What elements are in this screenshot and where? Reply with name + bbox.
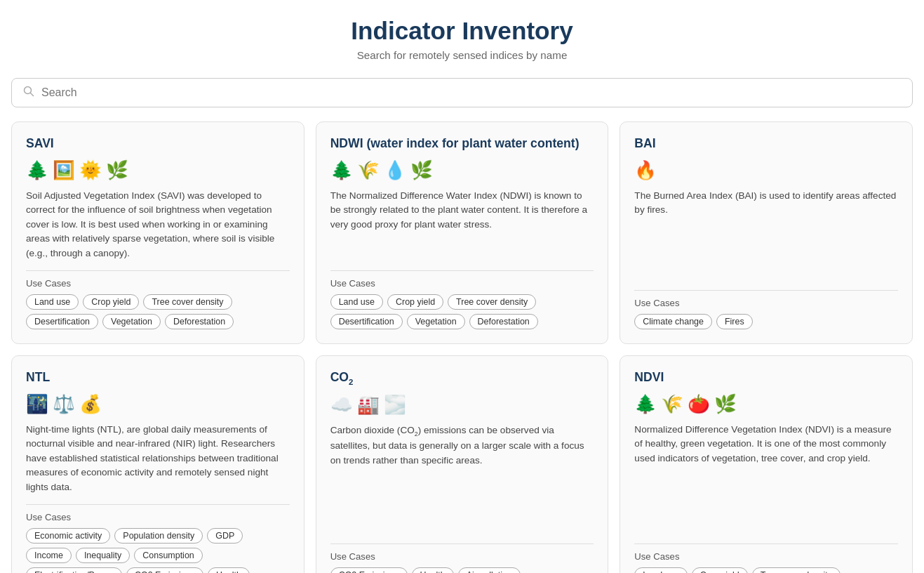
card-description-savi: Soil Adjusted Vegetation Index (SAVI) wa… <box>26 189 290 261</box>
card-divider <box>634 544 898 544</box>
tag[interactable]: Population density <box>114 528 203 544</box>
tag[interactable]: Land use <box>330 294 383 310</box>
card-bai: BAI🔥The Burned Area Index (BAI) is used … <box>620 121 913 344</box>
tag[interactable]: Consumption <box>134 548 202 563</box>
card-icon: 🌾 <box>357 159 380 180</box>
tag[interactable]: Tree cover density <box>448 294 536 310</box>
card-description-ndvi: Normalized Difference Vegetation Index (… <box>634 423 898 534</box>
card-icon: 🏭 <box>357 394 380 415</box>
card-icon: 💰 <box>79 393 102 414</box>
card-icon: 💧 <box>384 159 406 180</box>
card-icon: 🌲 <box>26 159 48 180</box>
tag[interactable]: Income <box>26 548 72 563</box>
use-cases-label-ntl: Use Cases <box>26 512 290 522</box>
card-title-ndwi: NDWI (water index for plant water conten… <box>330 136 594 151</box>
card-ndwi: NDWI (water index for plant water conten… <box>316 121 609 344</box>
card-icon: 🌞 <box>79 159 102 180</box>
card-icons-ntl: 🌃⚖️💰 <box>26 393 290 414</box>
search-bar <box>11 78 913 107</box>
card-icon: 🌿 <box>410 159 433 180</box>
cards-grid: SAVI🌲🖼️🌞🌿Soil Adjusted Vegetation Index … <box>11 121 913 573</box>
card-divider <box>26 504 290 505</box>
tag[interactable]: Electrification/Power <box>26 567 122 573</box>
tag[interactable]: Air pollution <box>458 567 521 573</box>
tag[interactable]: Desertification <box>26 314 98 329</box>
page-subtitle: Search for remotely sensed indices by na… <box>11 49 913 61</box>
tag[interactable]: Climate change <box>634 314 712 329</box>
tag[interactable]: Deforestation <box>165 314 234 329</box>
card-icon: 🌫️ <box>384 394 406 415</box>
tag[interactable]: Health <box>412 567 454 573</box>
tag[interactable]: CO2 Emissions <box>330 567 408 573</box>
card-icon: 🔥 <box>634 159 657 180</box>
tag[interactable]: Fires <box>716 314 753 329</box>
card-co2: CO2☁️🏭🌫️Carbon dioxide (CO2) emissions c… <box>316 355 609 573</box>
card-icon: 🍅 <box>688 393 710 414</box>
card-description-ndwi: The Normalized Difference Water Index (N… <box>330 189 594 261</box>
card-description-co2: Carbon dioxide (CO2) emissions can be ob… <box>330 423 594 533</box>
card-title-co2: CO2 <box>330 370 594 386</box>
card-icon: 🌾 <box>661 393 683 414</box>
page-title: Indicator Inventory <box>11 17 913 45</box>
tags-savi: Land useCrop yieldTree cover densityDese… <box>26 294 290 329</box>
card-ntl: NTL🌃⚖️💰Night-time lights (NTL), are glob… <box>11 355 304 573</box>
card-title-ndvi: NDVI <box>634 370 898 385</box>
card-title-bai: BAI <box>634 136 898 151</box>
tag[interactable]: Crop yield <box>692 567 748 573</box>
use-cases-label-ndwi: Use Cases <box>330 278 594 289</box>
tags-ndvi: Land useCrop yieldTree cover densityDese… <box>634 567 898 573</box>
tag[interactable]: Crop yield <box>83 294 139 310</box>
page-header: Indicator Inventory Search for remotely … <box>11 17 913 61</box>
use-cases-label-co2: Use Cases <box>330 551 594 562</box>
card-description-bai: The Burned Area Index (BAI) is used to i… <box>634 189 898 280</box>
card-icon: 🖼️ <box>53 159 75 180</box>
tag[interactable]: Vegetation <box>102 314 161 329</box>
card-divider <box>330 270 594 271</box>
tag[interactable]: Tree cover density <box>143 294 232 310</box>
card-title-ntl: NTL <box>26 370 290 385</box>
tags-co2: CO2 EmissionsHealthAir pollutionClimate … <box>330 567 594 573</box>
card-icons-bai: 🔥 <box>634 159 898 180</box>
card-icon: 🌿 <box>714 393 737 414</box>
card-icons-ndvi: 🌲🌾🍅🌿 <box>634 393 898 414</box>
card-description-ntl: Night-time lights (NTL), are global dail… <box>26 423 290 494</box>
card-icon: 🌿 <box>106 159 128 180</box>
use-cases-label-savi: Use Cases <box>26 278 290 289</box>
card-divider <box>330 544 594 544</box>
tags-ntl: Economic activityPopulation densityGDPIn… <box>26 528 290 573</box>
tags-ndwi: Land useCrop yieldTree cover densityDese… <box>330 294 594 329</box>
tag[interactable]: Vegetation <box>407 314 465 329</box>
use-cases-label-ndvi: Use Cases <box>634 551 898 562</box>
svg-line-1 <box>31 93 34 96</box>
tag[interactable]: GDP <box>207 528 243 544</box>
card-icon: 🌃 <box>26 393 48 414</box>
card-ndvi: NDVI🌲🌾🍅🌿Normalized Difference Vegetation… <box>620 355 913 573</box>
tag[interactable]: Inequality <box>76 548 130 563</box>
card-icon: ☁️ <box>330 394 353 415</box>
card-title-savi: SAVI <box>26 136 290 151</box>
tag[interactable]: Deforestation <box>469 314 538 329</box>
tag[interactable]: Land use <box>26 294 79 310</box>
tag[interactable]: Land use <box>634 567 687 573</box>
tag[interactable]: CO2 Emissions <box>126 567 203 573</box>
card-icon: 🌲 <box>634 393 657 414</box>
card-icon: ⚖️ <box>53 393 75 414</box>
card-icons-co2: ☁️🏭🌫️ <box>330 394 594 415</box>
tag[interactable]: Economic activity <box>26 528 110 544</box>
card-icons-savi: 🌲🖼️🌞🌿 <box>26 159 290 180</box>
card-icons-ndwi: 🌲🌾💧🌿 <box>330 159 594 180</box>
search-icon <box>23 86 34 100</box>
tag[interactable]: Crop yield <box>387 294 443 310</box>
card-divider <box>26 270 290 271</box>
card-savi: SAVI🌲🖼️🌞🌿Soil Adjusted Vegetation Index … <box>11 121 304 344</box>
tag[interactable]: Health <box>208 567 250 573</box>
tags-bai: Climate changeFires <box>634 314 898 329</box>
card-divider <box>634 290 898 291</box>
search-input[interactable] <box>41 86 901 99</box>
tag[interactable]: Tree cover density <box>752 567 841 573</box>
card-icon: 🌲 <box>330 159 353 180</box>
tag[interactable]: Desertification <box>330 314 403 329</box>
use-cases-label-bai: Use Cases <box>634 298 898 308</box>
